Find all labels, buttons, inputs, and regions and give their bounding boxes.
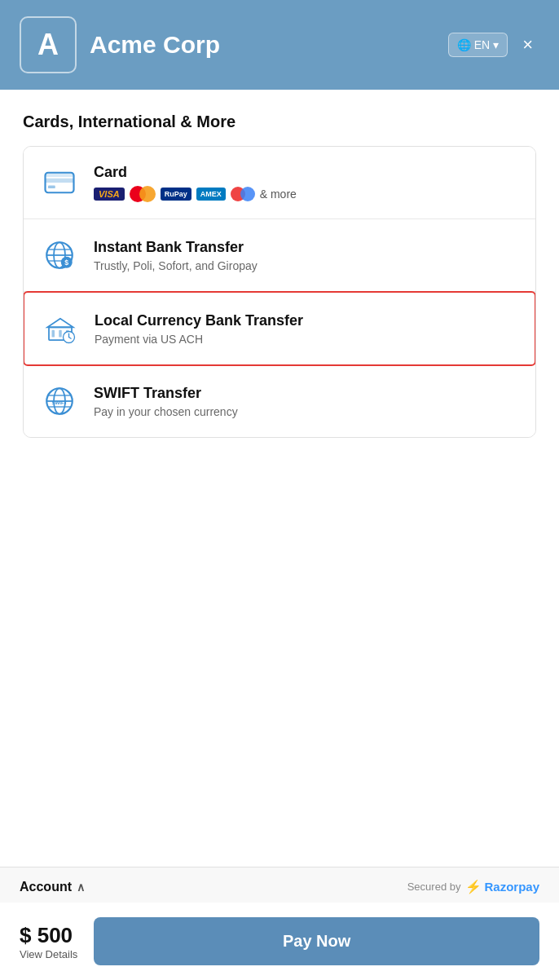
svg-rect-13 [52, 330, 55, 338]
card-icon [40, 163, 79, 202]
local-currency-desc: Payment via US ACH [95, 333, 518, 346]
instant-bank-info: Instant Bank Transfer Trustly, Poli, Sof… [94, 239, 519, 272]
svg-rect-2 [48, 186, 55, 189]
razorpay-name: Razorpay [484, 880, 539, 894]
swift-name: SWIFT Transfer [94, 385, 519, 402]
card-logos: VISA RuPay AMEX & more [94, 186, 519, 202]
mastercard-logo [130, 186, 156, 202]
rupay-logo: RuPay [161, 188, 191, 201]
company-name: Acme Corp [90, 31, 435, 59]
payment-option-card[interactable]: Card VISA RuPay AMEX & more [24, 147, 535, 219]
diners-logo [231, 187, 255, 201]
language-icon: 🌐 [457, 38, 471, 51]
header: A Acme Corp 🌐 EN ▾ × [0, 0, 559, 90]
svg-rect-14 [59, 330, 62, 338]
amount-section: $ 500 View Details [20, 923, 77, 960]
instant-bank-icon: $ [40, 236, 79, 275]
language-button[interactable]: 🌐 EN ▾ [448, 33, 508, 57]
swift-info: SWIFT Transfer Pay in your chosen curren… [94, 385, 519, 418]
footer-bottom: $ 500 View Details Pay Now [0, 903, 559, 980]
card-name: Card [94, 164, 519, 181]
svg-rect-3 [46, 173, 74, 177]
swift-icon: SWIFT [40, 382, 79, 421]
instant-bank-desc: Trustly, Poli, Sofort, and Giropay [94, 259, 519, 272]
payment-list: Card VISA RuPay AMEX & more [23, 146, 536, 438]
card-info: Card VISA RuPay AMEX & more [94, 164, 519, 202]
chevron-down-icon: ▾ [493, 38, 499, 51]
header-actions: 🌐 EN ▾ × [448, 33, 539, 57]
razorpay-lightning-icon: ⚡ [465, 879, 482, 894]
payment-option-instant-bank[interactable]: $ Instant Bank Transfer Trustly, Poli, S… [24, 219, 535, 292]
visa-logo: VISA [94, 188, 125, 201]
main-content: Cards, International & More Card VISA [0, 90, 559, 867]
payment-option-swift[interactable]: SWIFT SWIFT Transfer Pay in your chosen … [24, 365, 535, 437]
amex-logo: AMEX [196, 188, 226, 201]
svg-text:$: $ [64, 258, 68, 267]
amount-value: $ 500 [20, 923, 77, 948]
chevron-up-icon: ∧ [77, 881, 85, 894]
pay-now-button[interactable]: Pay Now [94, 917, 539, 965]
footer: Account ∧ Secured by ⚡ Razorpay $ 500 Vi… [0, 867, 559, 980]
local-currency-info: Local Currency Bank Transfer Payment via… [95, 312, 518, 346]
close-button[interactable]: × [516, 33, 539, 57]
svg-rect-1 [46, 179, 74, 183]
instant-bank-name: Instant Bank Transfer [94, 239, 519, 256]
secured-by: Secured by ⚡ Razorpay [407, 879, 539, 894]
local-currency-icon [41, 309, 80, 348]
local-currency-name: Local Currency Bank Transfer [95, 312, 518, 329]
svg-marker-12 [47, 319, 73, 328]
section-title: Cards, International & More [23, 113, 536, 131]
company-avatar: A [20, 16, 77, 73]
razorpay-brand: ⚡ Razorpay [465, 879, 539, 894]
account-label: Account [20, 880, 72, 894]
language-label: EN [474, 38, 490, 51]
footer-top: Account ∧ Secured by ⚡ Razorpay [0, 867, 559, 903]
swift-desc: Pay in your chosen currency [94, 405, 519, 418]
svg-text:SWIFT: SWIFT [51, 400, 67, 405]
view-details-link[interactable]: View Details [20, 948, 77, 960]
card-logos-more: & more [260, 188, 297, 201]
secured-by-text: Secured by [407, 881, 461, 893]
account-toggle[interactable]: Account ∧ [20, 880, 85, 894]
payment-option-local-currency[interactable]: Local Currency Bank Transfer Payment via… [23, 291, 536, 366]
